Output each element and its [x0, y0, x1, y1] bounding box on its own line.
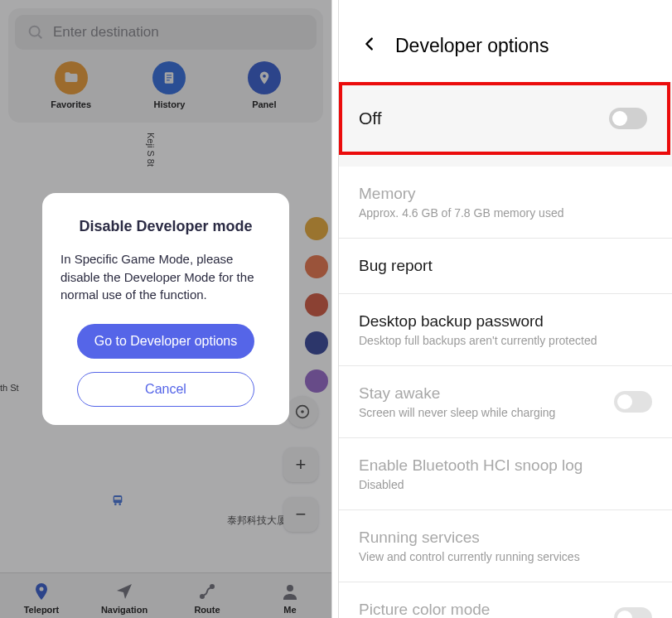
- settings-list: Memory Approx. 4.6 GB of 7.8 GB memory u…: [339, 167, 672, 618]
- dialog-title: Disable Developer mode: [60, 218, 271, 235]
- settings-screen: Developer options Off Memory Approx. 4.6…: [339, 0, 672, 618]
- memory-tile[interactable]: Memory Approx. 4.6 GB of 7.8 GB memory u…: [339, 167, 672, 239]
- back-button[interactable]: [360, 33, 379, 59]
- settings-title: Developer options: [395, 35, 549, 57]
- toggle-switch[interactable]: [609, 108, 647, 129]
- stay-awake-tile[interactable]: Stay awake Screen will never sleep while…: [339, 366, 672, 438]
- chevron-left-icon: [360, 35, 379, 53]
- go-to-dev-options-button[interactable]: Go to Developer options: [77, 324, 254, 359]
- settings-header: Developer options: [339, 0, 672, 82]
- panel-divider: [331, 0, 339, 618]
- bug-report-tile[interactable]: Bug report: [339, 239, 672, 294]
- highlighted-toggle-area: Off: [339, 82, 670, 155]
- picture-color-mode-tile[interactable]: Picture color mode Use sRGB: [339, 582, 672, 618]
- backup-password-tile[interactable]: Desktop backup password Desktop full bac…: [339, 294, 672, 366]
- toggle-switch[interactable]: [614, 391, 652, 413]
- running-services-tile[interactable]: Running services View and control curren…: [339, 510, 672, 582]
- map-app-screen: th St Keji S 8t 泰邦科技大厦 Enter destination…: [0, 0, 331, 618]
- toggle-switch[interactable]: [614, 607, 652, 618]
- dialog-body: In Specific Game Mode, please disable th…: [60, 250, 271, 304]
- cancel-button[interactable]: Cancel: [77, 372, 254, 407]
- bt-hci-tile[interactable]: Enable Bluetooth HCI snoop log Disabled: [339, 438, 672, 510]
- toggle-label: Off: [359, 109, 601, 128]
- disable-dev-dialog: Disable Developer mode In Specific Game …: [42, 193, 289, 425]
- modal-overlay: Disable Developer mode In Specific Game …: [0, 0, 331, 618]
- dev-options-master-toggle[interactable]: Off: [342, 85, 667, 152]
